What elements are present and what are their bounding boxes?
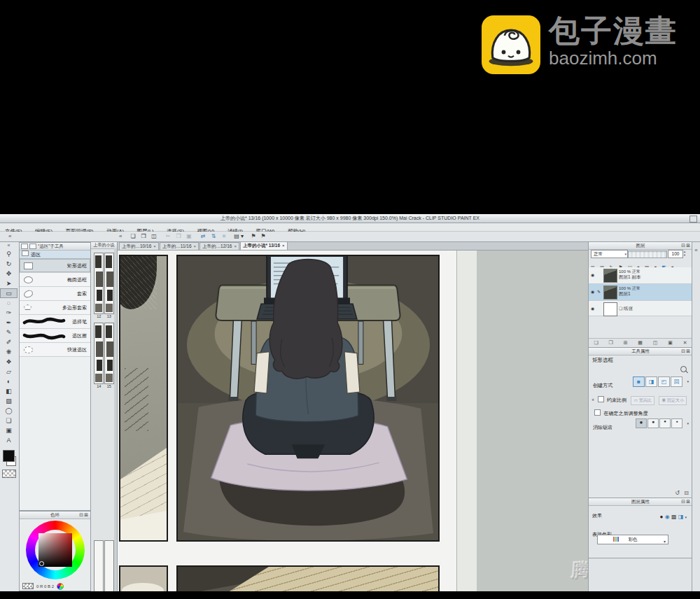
eraser-tool-icon[interactable]: ▱ [0, 367, 18, 376]
canvas-tab[interactable]: 上帝的…11/16× [160, 242, 199, 250]
subtool-item-lasso[interactable]: 套索 [20, 287, 90, 301]
subtool-item-shrink[interactable]: 快速选区 [20, 343, 90, 357]
mode-new-selection-icon[interactable]: ■ [633, 376, 645, 387]
halftone-icon[interactable]: ▩ [671, 514, 677, 520]
brush-tool-icon[interactable]: ✐ [0, 337, 18, 347]
expand-icon[interactable]: + [592, 397, 594, 402]
merge-down-icon[interactable]: ⊞ [624, 340, 628, 346]
canvas-tab[interactable]: 上帝的…10/16× [119, 242, 159, 250]
panel-close-icon[interactable]: ⊠ [686, 348, 691, 353]
page-thumbnail[interactable] [104, 323, 114, 384]
page-thumbnail[interactable] [94, 540, 104, 591]
canvas-tab-active[interactable]: 上帝的小说* 13/16× [240, 241, 288, 250]
delete-preset-icon[interactable]: ⊟ [684, 490, 689, 496]
dropdown-icon[interactable]: ▾ [664, 537, 666, 546]
magnifier-icon[interactable] [680, 366, 687, 372]
subtool-tab2-icon[interactable] [29, 244, 36, 249]
page-thumbnail[interactable] [94, 323, 104, 384]
border-effect-icon[interactable]: ● [660, 514, 664, 520]
collapse-canvas-icon[interactable]: « [119, 232, 122, 241]
tone-sphere-icon[interactable]: ◉ [665, 514, 670, 520]
tab-close-icon[interactable]: × [153, 244, 156, 248]
rotate-tool-icon[interactable]: ↻ [0, 259, 18, 269]
pencil-tool-icon[interactable]: ✎ [0, 327, 18, 337]
aa-none-icon[interactable]: ● [636, 418, 647, 428]
eyedropper-tool-icon[interactable]: ✑ [0, 308, 18, 318]
figure-tool-icon[interactable]: ◯ [0, 406, 18, 416]
page-spread-partial[interactable] [94, 540, 114, 591]
layer-visible-icon[interactable]: ◉ [591, 306, 594, 311]
aa-strong-icon[interactable]: ● [671, 418, 682, 428]
aa-medium-icon[interactable]: ● [659, 418, 671, 428]
canvas-viewport[interactable]: 腾讯动漫 [118, 251, 588, 591]
open-file-icon[interactable]: ❒ [139, 232, 148, 241]
collapse-left-icon[interactable]: « [8, 232, 11, 241]
subtool-item-rectangle[interactable]: 矩形选框 [20, 259, 90, 273]
opacity-value[interactable]: 100 [668, 250, 683, 258]
opacity-slider[interactable] [628, 251, 667, 258]
aspect-ratio-button[interactable]: ▭ 宽高比 [631, 396, 654, 405]
mask-icon[interactable]: ◫ [653, 340, 658, 346]
subtool-item-selection-pen[interactable]: 选择笔 [20, 315, 90, 329]
mode-subtract-selection-icon[interactable]: ◰ [658, 376, 670, 387]
layer-visible-icon[interactable]: ◉ [591, 272, 594, 277]
aspect-checkbox[interactable] [598, 396, 604, 402]
aa-weak-icon[interactable]: ● [648, 418, 659, 428]
balloon-tool-icon[interactable]: ❏ [0, 416, 18, 425]
page-spread[interactable]: 1415 [94, 323, 114, 389]
copy-icon[interactable]: ❐ [174, 232, 183, 241]
saturation-value-square[interactable] [38, 533, 72, 567]
subtool-tab-icon[interactable] [21, 244, 28, 249]
subtool-group-header[interactable]: 选区 [20, 251, 90, 259]
selection-tool-icon[interactable]: ▭ [0, 288, 18, 298]
reset-settings-icon[interactable]: ↺ [675, 490, 680, 496]
transparent-swatch-icon[interactable] [22, 583, 34, 589]
pin-icon[interactable]: ⚑ [248, 232, 258, 241]
panel-close-icon[interactable]: ⊠ [686, 243, 691, 248]
gradient-tool-icon[interactable]: ▨ [0, 396, 18, 406]
opacity-stepper[interactable]: ▲▼ [683, 250, 686, 257]
foreground-color-chip[interactable] [3, 450, 15, 462]
dropdown-icon[interactable]: ▾ [687, 379, 689, 383]
mode-add-selection-icon[interactable]: ◨ [645, 376, 657, 387]
flip-vertical-icon[interactable]: ⇅ [209, 232, 218, 241]
layer-row-selected[interactable]: ◉ ✎ 100 % 正常图层1 [589, 284, 692, 301]
angle-checkbox[interactable] [594, 409, 601, 416]
fill-tool-icon[interactable]: ◧ [0, 386, 18, 396]
cut-icon[interactable]: ✂ [163, 232, 173, 241]
page-spread[interactable]: 1213 [94, 253, 114, 319]
flip-horizontal-icon[interactable]: ⇄ [198, 232, 208, 241]
panel-close-icon[interactable]: ⊠ [84, 512, 89, 517]
layer-row[interactable]: ◉ 100 % 正常图层1 副本 [589, 267, 692, 284]
layer-color-icon[interactable]: ◨ [678, 514, 684, 520]
decoration-tool-icon[interactable]: ❖ [0, 357, 18, 367]
dropdown-icon[interactable]: ▾ [685, 515, 687, 519]
blend-mode-select[interactable]: 正常▾ [591, 250, 628, 258]
new-layer-icon[interactable]: ❏ [594, 340, 598, 346]
layer-row-paper[interactable]: ◉ ❏ 纸张 [589, 301, 692, 316]
blend-tool-icon[interactable]: ◐ [0, 376, 18, 386]
subtool-item-selection-eraser[interactable]: 选区擦 [20, 329, 90, 343]
frame-border-tool-icon[interactable]: ▣ [0, 425, 18, 435]
operation-tool-icon[interactable]: ➤ [0, 279, 18, 288]
lasso-tool-icon[interactable]: ◌ [0, 298, 18, 308]
dock-collapse-icon[interactable]: « [694, 247, 697, 253]
paste-icon[interactable]: ▣ [184, 232, 194, 241]
grid-snap-icon[interactable]: ⌗ [219, 232, 229, 241]
move-tool-icon[interactable]: ✥ [0, 269, 18, 279]
color-mode-icon[interactable] [57, 583, 64, 590]
toolstrip-collapse-icon[interactable]: « [0, 242, 18, 249]
subtool-item-polyline[interactable]: 多边形套索 [20, 301, 90, 315]
delete-layer-icon[interactable]: ✕ [683, 340, 687, 346]
page-thumbnail[interactable] [104, 253, 114, 314]
new-folder-icon[interactable]: ❒ [609, 340, 613, 346]
pin2-icon[interactable]: ⚑ [258, 232, 268, 241]
text-tool-icon[interactable]: A [0, 435, 18, 445]
print-dropdown-icon[interactable]: ▾ [239, 232, 245, 241]
new-file-icon[interactable]: ❏ [128, 232, 138, 241]
tab-close-icon[interactable]: × [234, 244, 237, 248]
stencil-icon[interactable]: ▣ [668, 340, 673, 346]
zoom-tool-icon[interactable]: ⚲ [0, 249, 18, 259]
transparent-color-chip[interactable] [2, 470, 16, 478]
save-file-icon[interactable]: ◫ [149, 232, 159, 241]
